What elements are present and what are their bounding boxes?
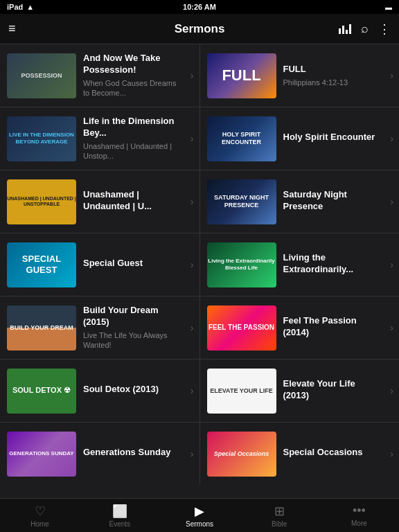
sermon-subtitle-3: Unashamed | Undaunted | Unstop... <box>83 141 184 161</box>
more-options-icon[interactable]: ⋮ <box>378 21 391 37</box>
sermon-subtitle-9: Live The Life You Always Wanted! <box>83 330 184 351</box>
sermon-item-8[interactable]: Living the Extraordinarily Blessed Life … <box>200 233 400 296</box>
bible-icon: ⊞ <box>274 504 285 519</box>
sermon-thumb-14: Special Occasions <box>207 432 276 477</box>
sermon-thumb-1: POSSESSION <box>7 53 76 98</box>
sermon-thumb-11: SOUL DETOX ☢ <box>7 369 76 414</box>
chevron-icon-11: › <box>190 385 194 396</box>
more-icon: ••• <box>353 504 366 518</box>
tab-events[interactable]: ⬜ Events <box>80 504 159 528</box>
battery-icon: ▬ <box>385 3 392 11</box>
sermon-info-1: And Now We Take Possession! When God Cau… <box>83 53 184 98</box>
sermon-thumb-12: ELEVATE YOUR LIFE <box>207 369 276 414</box>
sermon-item-2[interactable]: FULL FULL Philippians 4:12-13 › <box>200 44 400 107</box>
status-time: 10:26 AM <box>183 3 216 11</box>
tab-sermons-label: Sermons <box>186 520 213 528</box>
status-left: iPad ▲ <box>7 3 34 11</box>
sermon-item-13[interactable]: GENERATIONS SUNDAY Generations Sunday › <box>0 423 200 485</box>
sermon-thumb-3: LIVE IN THE DIMENSION BEYOND AVERAGE <box>7 116 76 161</box>
tab-sermons[interactable]: ▶ Sermons <box>159 504 239 528</box>
chevron-icon-14: › <box>390 448 393 459</box>
sermon-info-7: Special Guest <box>83 258 184 272</box>
sermon-thumb-13: GENERATIONS SUNDAY <box>7 432 76 477</box>
chevron-icon-4: › <box>390 133 393 144</box>
chevron-icon-6: › <box>390 196 393 207</box>
sermon-title-5: Unashamed | Undaunted | U... <box>83 189 184 213</box>
sermon-title-3: Life in the Dimension Bey... <box>83 116 184 139</box>
sermon-title-1: And Now We Take Possession! <box>83 53 184 76</box>
sermon-title-6: Saturday Night Presence <box>283 189 384 213</box>
sermon-title-2: FULL <box>283 64 384 76</box>
content-area: POSSESSION And Now We Take Possession! W… <box>0 44 399 498</box>
sermon-info-5: Unashamed | Undaunted | U... <box>83 189 184 215</box>
tab-home-label: Home <box>30 520 49 528</box>
sermon-title-11: Soul Detox (2013) <box>83 384 184 396</box>
sermon-title-8: Living the Extraordinarily... <box>283 252 384 276</box>
sermon-item-12[interactable]: ELEVATE YOUR LIFE Elevate Your Life (201… <box>200 360 400 422</box>
chevron-icon-12: › <box>390 385 393 396</box>
wifi-icon: ▲ <box>26 3 34 11</box>
chevron-icon-2: › <box>390 70 393 81</box>
sermon-title-12: Elevate Your Life (2013) <box>283 378 384 402</box>
search-icon[interactable]: ⌕ <box>361 21 369 36</box>
chevron-icon-3: › <box>190 133 194 144</box>
chevron-icon-13: › <box>190 448 194 459</box>
status-right: ▬ <box>385 3 392 11</box>
chevron-icon-1: › <box>190 70 194 81</box>
sermon-title-4: Holy Spirit Encounter <box>283 132 384 143</box>
sermon-item-6[interactable]: SATURDAY NIGHT PRESENCE Saturday Night P… <box>200 170 400 233</box>
sermon-item-9[interactable]: BUILD YOUR DREAM Build Your Dream (2015)… <box>0 296 200 359</box>
home-icon: ♡ <box>35 504 46 519</box>
sermon-thumb-2: FULL <box>207 53 276 98</box>
sermon-item-1[interactable]: POSSESSION And Now We Take Possession! W… <box>0 44 200 107</box>
menu-icon[interactable]: ≡ <box>8 21 16 36</box>
sermon-title-9: Build Your Dream (2015) <box>83 305 184 328</box>
sermon-info-4: Holy Spirit Encounter <box>283 132 384 145</box>
events-icon: ⬜ <box>112 504 127 519</box>
bars-chart-icon[interactable] <box>339 24 351 34</box>
sermon-thumb-7: SPECIAL GUEST <box>7 242 76 287</box>
sermon-item-3[interactable]: LIVE IN THE DIMENSION BEYOND AVERAGE Lif… <box>0 107 200 170</box>
status-bar: iPad ▲ 10:26 AM ▬ <box>0 0 399 14</box>
sermon-info-9: Build Your Dream (2015) Live The Life Yo… <box>83 305 184 350</box>
tab-home[interactable]: ♡ Home <box>0 504 80 528</box>
nav-left-icons: ≡ <box>8 21 16 36</box>
sermon-subtitle-2: Philippians 4:12-13 <box>283 78 384 87</box>
chevron-icon-9: › <box>190 322 194 333</box>
sermon-item-4[interactable]: HOLY SPIRIT ENCOUNTER Holy Spirit Encoun… <box>200 107 400 170</box>
sermon-grid: POSSESSION And Now We Take Possession! W… <box>0 44 399 485</box>
sermon-item-5[interactable]: UNASHAMED | UNDAUNTED | UNSTOPPABLE Unas… <box>0 170 200 233</box>
nav-bar: ≡ Sermons ⌕ ⋮ <box>0 14 399 44</box>
tab-bar: ♡ Home ⬜ Events ▶ Sermons ⊞ Bible ••• Mo… <box>0 498 399 532</box>
sermon-item-10[interactable]: FEEL THE PASSION Feel The Passion (2014)… <box>200 296 400 359</box>
sermon-info-12: Elevate Your Life (2013) <box>283 378 384 404</box>
sermon-title-13: Generations Sunday <box>83 447 184 459</box>
sermon-info-8: Living the Extraordinarily... <box>283 252 384 278</box>
sermon-title-10: Feel The Passion (2014) <box>283 315 384 339</box>
chevron-icon-8: › <box>390 259 393 270</box>
sermon-thumb-8: Living the Extraordinarily Blessed Life <box>207 242 276 287</box>
sermon-item-14[interactable]: Special Occasions Special Occasions › <box>200 423 400 485</box>
tab-bible-label: Bible <box>272 520 287 528</box>
nav-right-icons: ⌕ ⋮ <box>339 21 391 37</box>
sermon-title-14: Special Occasions <box>283 447 384 459</box>
nav-title: Sermons <box>175 22 225 36</box>
sermon-title-7: Special Guest <box>83 258 184 269</box>
sermon-item-11[interactable]: SOUL DETOX ☢ Soul Detox (2013) › <box>0 360 200 422</box>
sermon-info-14: Special Occasions <box>283 447 384 461</box>
tab-events-label: Events <box>109 520 131 528</box>
sermon-info-11: Soul Detox (2013) <box>83 384 184 398</box>
tab-more[interactable]: ••• More <box>319 504 399 527</box>
sermon-thumb-9: BUILD YOUR DREAM <box>7 305 76 351</box>
sermon-info-6: Saturday Night Presence <box>283 189 384 215</box>
carrier-label: iPad <box>7 3 23 11</box>
sermon-info-3: Life in the Dimension Bey... Unashamed |… <box>83 116 184 161</box>
sermon-info-10: Feel The Passion (2014) <box>283 315 384 341</box>
tab-more-label: More <box>351 520 367 527</box>
chevron-icon-7: › <box>190 259 194 270</box>
sermons-icon: ▶ <box>195 504 204 519</box>
tab-bible[interactable]: ⊞ Bible <box>240 504 319 528</box>
sermon-info-13: Generations Sunday <box>83 447 184 461</box>
sermon-thumb-6: SATURDAY NIGHT PRESENCE <box>207 179 276 224</box>
sermon-item-7[interactable]: SPECIAL GUEST Special Guest › <box>0 233 200 296</box>
